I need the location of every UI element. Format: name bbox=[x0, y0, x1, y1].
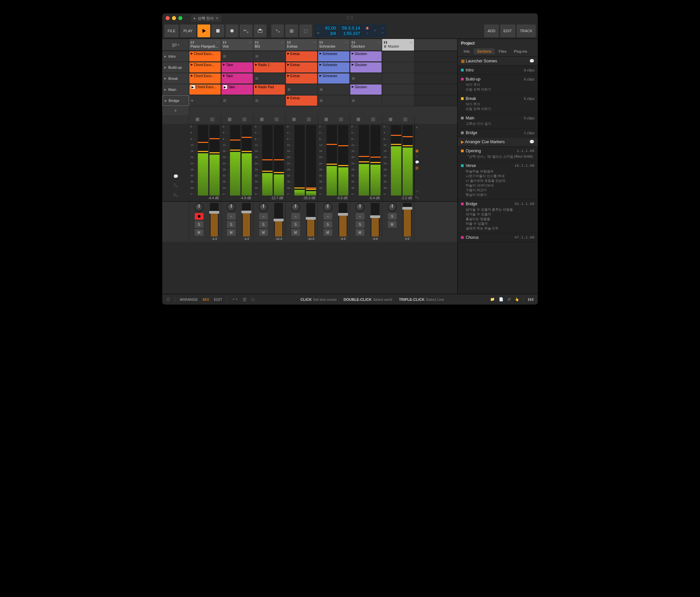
close-panel-icon[interactable]: ✕ bbox=[416, 190, 418, 193]
clip-slot[interactable] bbox=[382, 51, 415, 62]
mute-button[interactable]: M bbox=[324, 229, 332, 236]
record-arm-button[interactable]: ○ bbox=[356, 213, 365, 220]
key-icon[interactable]: ⚿ bbox=[243, 297, 246, 302]
mute-button[interactable]: M bbox=[356, 229, 365, 236]
clip-slot[interactable]: ▶Extras bbox=[285, 51, 318, 62]
add-button[interactable]: ADD bbox=[484, 24, 499, 37]
pan-knob[interactable] bbox=[195, 203, 203, 212]
volume-fader[interactable]: -10.5 bbox=[305, 203, 316, 240]
edit-view-button[interactable]: EDIT bbox=[214, 297, 222, 302]
clip-slot[interactable] bbox=[382, 95, 415, 106]
routing-icon[interactable]: ⚬⚬ bbox=[232, 297, 238, 302]
mute-button[interactable]: M bbox=[388, 221, 397, 228]
clip-slot[interactable]: ▶Take bbox=[221, 62, 253, 73]
track-header[interactable]: ▮▮↓↓Schnecke bbox=[318, 39, 350, 51]
clip-slot[interactable]: ▶Extras bbox=[285, 95, 318, 106]
scene-launch-button[interactable]: ▶Main bbox=[162, 84, 189, 95]
track-control[interactable] bbox=[285, 115, 318, 124]
clip-slot[interactable]: ▶Chord Esco... bbox=[189, 51, 221, 62]
track-button[interactable]: TRACK bbox=[517, 24, 536, 37]
scene-list-item[interactable]: Intro8 clips bbox=[458, 66, 538, 75]
comment-icon[interactable]: 💬 bbox=[173, 174, 178, 179]
clip-slot[interactable]: ▶Extras bbox=[285, 73, 318, 84]
volume-fader[interactable]: -9.6 bbox=[370, 203, 380, 240]
document-tab[interactable]: ▶ 산책 인사 ✕ bbox=[191, 15, 221, 22]
scroll-up-icon[interactable]: ▲ bbox=[416, 125, 419, 129]
solo-button[interactable]: S bbox=[356, 221, 365, 228]
track-header[interactable]: ▮▮↓↓Piano Flangedi... bbox=[189, 39, 221, 51]
clip-slot[interactable] bbox=[253, 73, 285, 84]
loop-button[interactable] bbox=[254, 24, 267, 37]
settings-icon[interactable]: ⇄ bbox=[507, 297, 510, 302]
record-arm-button[interactable]: ○ bbox=[291, 213, 300, 220]
pointer-icon[interactable]: 👆 bbox=[515, 297, 519, 302]
fx-icon[interactable]: Sx bbox=[173, 183, 178, 188]
minimize-icon[interactable] bbox=[172, 16, 176, 20]
clip-slot[interactable]: ▶Radio 1 bbox=[253, 62, 285, 73]
maximize-icon[interactable] bbox=[178, 16, 182, 20]
file-button[interactable]: FILE bbox=[164, 24, 179, 37]
clip-slot[interactable]: ▶Radio Pad bbox=[253, 84, 285, 95]
clip-slot[interactable]: ▶Chord Esco... bbox=[189, 73, 221, 84]
add-scene-button[interactable]: + bbox=[162, 106, 189, 115]
track-control[interactable] bbox=[318, 115, 350, 124]
folder-icon[interactable]: 📁 bbox=[490, 297, 495, 302]
scene-launch-button[interactable]: ▶Bridge bbox=[162, 95, 189, 106]
scene-list-item[interactable]: Build-up6 clips악기 추가드럼 트랙 더하기 bbox=[458, 75, 538, 94]
clip-slot[interactable]: ▶Glocken bbox=[350, 51, 382, 62]
track-header[interactable]: ▮▮↓↓BG bbox=[253, 39, 285, 51]
edit-button[interactable]: EDIT bbox=[500, 24, 515, 37]
volume-fader[interactable]: -4.3 bbox=[209, 203, 220, 240]
info-icon[interactable]: ⓘ bbox=[166, 297, 170, 302]
track-control[interactable] bbox=[189, 115, 221, 124]
clip-slot[interactable] bbox=[318, 95, 350, 106]
play-button[interactable] bbox=[197, 24, 210, 37]
volume-fader[interactable]: 0.0 bbox=[402, 203, 413, 240]
clip-slot[interactable] bbox=[382, 84, 415, 95]
solo-button[interactable]: S bbox=[227, 221, 236, 228]
mute-button[interactable]: M bbox=[227, 229, 236, 236]
automation-write-button[interactable]: ✂w bbox=[240, 24, 252, 37]
play-menu-button[interactable]: PLAY bbox=[180, 24, 196, 37]
scene-launch-button[interactable]: ▶Break bbox=[162, 73, 189, 84]
clip-slot[interactable] bbox=[253, 95, 285, 106]
record-arm-button[interactable]: ○ bbox=[324, 213, 332, 220]
record-arm-button[interactable]: ○ bbox=[227, 213, 236, 220]
record-arm-button[interactable] bbox=[195, 213, 203, 220]
mute-button[interactable]: M bbox=[259, 229, 268, 236]
file-icon[interactable]: 📄 bbox=[499, 297, 503, 302]
grid-view-icon[interactable]: ▦ bbox=[416, 149, 418, 152]
clip-slot[interactable]: ▶Chord Esco... bbox=[189, 62, 221, 73]
track-header[interactable]: ▮▮↓↓Vox bbox=[221, 39, 253, 51]
record-button[interactable] bbox=[226, 24, 239, 37]
clip-slot[interactable]: ▶Take bbox=[221, 84, 253, 95]
clip-slot[interactable] bbox=[318, 84, 350, 95]
pan-knob[interactable] bbox=[259, 203, 268, 212]
stop-button[interactable] bbox=[211, 24, 224, 37]
volume-fader[interactable]: -6.5 bbox=[338, 203, 348, 240]
tab-sections[interactable]: Sections bbox=[474, 48, 495, 54]
arrange-view-button[interactable]: ARRANGE bbox=[180, 297, 198, 302]
tab-info[interactable]: Info bbox=[460, 48, 473, 54]
track-control[interactable] bbox=[221, 115, 253, 124]
solo-button[interactable]: S bbox=[259, 221, 268, 228]
track-control[interactable] bbox=[350, 115, 382, 124]
clip-launcher-button[interactable]: ⚬w bbox=[271, 24, 284, 37]
cue-list-item[interactable]: Chorus47.1.1.00 bbox=[458, 233, 538, 242]
record-arm-button[interactable]: ○ bbox=[259, 213, 268, 220]
mix-icon[interactable]: Mx bbox=[173, 192, 178, 198]
cue-list-item[interactable]: Opening1.1.1.00『산책 인사』 by 앨리스 스마일 (Alice… bbox=[458, 147, 538, 161]
clip-slot[interactable] bbox=[285, 84, 318, 95]
add-track-button[interactable]: ⊞ bbox=[285, 24, 298, 37]
clip-slot[interactable] bbox=[382, 73, 415, 84]
track-control[interactable] bbox=[382, 115, 415, 124]
clip-slot[interactable]: ▶Glocken bbox=[350, 62, 382, 73]
scene-list-item[interactable]: Main5 clips그루브 다시 넣기 bbox=[458, 114, 538, 128]
volume-fader[interactable]: -12.4 bbox=[273, 203, 284, 240]
clip-slot[interactable]: ▶Extras bbox=[285, 62, 318, 73]
clip-slot[interactable]: ▶Take bbox=[221, 73, 253, 84]
solo-button[interactable]: S bbox=[195, 221, 203, 228]
track-control[interactable] bbox=[253, 115, 285, 124]
clip-slot[interactable]: ▶Schnecke bbox=[318, 73, 350, 84]
cue-list-item[interactable]: Verse16.1.1.00하늘하늘 바람결에나뭇가지들이 인사를 하네나 돌아… bbox=[458, 161, 538, 199]
